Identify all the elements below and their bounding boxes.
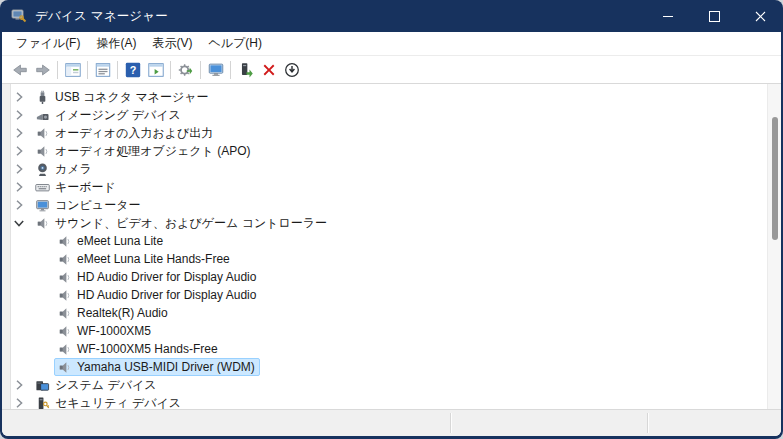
tree-row[interactable]: オーディオの入力および出力 [11,124,768,142]
menu-item-1[interactable]: 操作(A) [88,33,144,54]
device-manager-window: デバイス マネージャー ファイル(F)操作(A)表示(V)ヘルプ(H) ? US… [0,0,783,439]
device-entry[interactable]: HD Audio Driver for Display Audio [54,268,261,286]
chevron-right-icon[interactable] [11,197,27,213]
device-entry[interactable]: USB コネクタ マネージャー [32,88,214,107]
properties-button[interactable] [91,59,114,81]
tree-row[interactable]: WF-1000XM5 Hands-Free [11,340,768,358]
forward-button[interactable] [31,59,54,81]
device-label: システム デバイス [55,377,157,394]
device-label: Realtek(R) Audio [77,306,168,320]
minimize-button[interactable] [645,0,691,32]
client-area: ファイル(F)操作(A)表示(V)ヘルプ(H) ? USB コネクタ マネージャ… [2,32,781,436]
chevron-right-icon[interactable] [11,107,27,123]
chevron-right-icon[interactable] [11,161,27,177]
speaker-icon [34,125,50,141]
device-tree-panel: USB コネクタ マネージャーイメージング デバイスオーディオの入力および出力オ… [2,84,781,409]
disable-down-icon [283,61,301,79]
chevron-spacer [33,341,49,357]
disable-device-button[interactable] [280,59,303,81]
tree-row[interactable]: キーボード [11,178,768,196]
tree-row[interactable]: HD Audio Driver for Display Audio [11,268,768,286]
chevron-spacer [33,305,49,321]
update-driver-icon [237,61,255,79]
maximize-icon [709,11,720,22]
chevron-right-icon[interactable] [11,89,27,105]
uninstall-device-button[interactable] [257,59,280,81]
window-controls [645,0,783,32]
help-button[interactable]: ? [121,59,144,81]
menu-item-0[interactable]: ファイル(F) [8,33,88,54]
device-entry[interactable]: WF-1000XM5 [54,322,156,340]
device-tree: USB コネクタ マネージャーイメージング デバイスオーディオの入力および出力オ… [11,88,768,409]
tree-row[interactable]: eMeet Luna Lite Hands-Free [11,250,768,268]
tree-row[interactable]: USB コネクタ マネージャー [11,88,768,106]
chevron-right-icon[interactable] [11,179,27,195]
menu-item-2[interactable]: 表示(V) [144,33,200,54]
tree-row[interactable]: システム デバイス [11,376,768,394]
close-button[interactable] [737,0,783,32]
toolbar-separator [57,61,58,79]
device-label: eMeet Luna Lite Hands-Free [77,252,230,266]
device-entry[interactable]: システム デバイス [32,376,162,395]
chevron-right-icon[interactable] [11,143,27,159]
device-entry[interactable]: オーディオの入力および出力 [32,124,218,143]
tree-row[interactable]: Yamaha USB-MIDI Driver (WDM) [11,358,768,376]
computer-icon [34,197,50,213]
device-entry[interactable]: eMeet Luna Lite Hands-Free [54,250,235,268]
scan-hardware-changes-button[interactable] [204,59,227,81]
chevron-spacer [33,269,49,285]
chevron-right-icon[interactable] [11,395,27,409]
tree-row[interactable]: HD Audio Driver for Display Audio [11,286,768,304]
device-entry[interactable]: イメージング デバイス [32,106,186,125]
action-pane-button[interactable] [144,59,167,81]
tree-row[interactable]: イメージング デバイス [11,106,768,124]
device-label: オーディオ処理オブジェクト (APO) [55,143,250,160]
tree-row[interactable]: コンピューター [11,196,768,214]
device-label: WF-1000XM5 Hands-Free [77,342,218,356]
chevron-down-icon[interactable] [11,215,27,231]
chevron-spacer [33,287,49,303]
toolbar: ? [2,56,781,84]
toolbar-separator [117,61,118,79]
close-icon [755,11,766,22]
back-button[interactable] [8,59,31,81]
scrollbar-thumb[interactable] [772,117,778,240]
device-entry[interactable]: キーボード [32,178,121,197]
device-entry[interactable]: HD Audio Driver for Display Audio [54,286,261,304]
add-hardware-button[interactable] [174,59,197,81]
titlebar: デバイス マネージャー [0,0,783,32]
device-label: セキュリティ デバイス [55,395,181,410]
tree-row[interactable]: eMeet Luna Lite [11,232,768,250]
vertical-scrollbar[interactable] [767,84,781,409]
tree-row[interactable]: サウンド、ビデオ、およびゲーム コントローラー [11,214,768,232]
device-entry[interactable]: サウンド、ビデオ、およびゲーム コントローラー [32,214,332,233]
audio-device-icon [56,305,72,321]
device-entry[interactable]: eMeet Luna Lite [54,232,168,250]
device-entry[interactable]: セキュリティ デバイス [32,394,186,410]
update-driver-button[interactable] [234,59,257,81]
selected-device[interactable]: Yamaha USB-MIDI Driver (WDM) [54,358,260,376]
device-entry[interactable]: WF-1000XM5 Hands-Free [54,340,223,358]
audio-device-icon [56,359,72,375]
tree-row[interactable]: オーディオ処理オブジェクト (APO) [11,142,768,160]
device-label: イメージング デバイス [55,107,181,124]
device-label: WF-1000XM5 [77,324,151,338]
tree-row[interactable]: カメラ [11,160,768,178]
back-icon [11,61,29,79]
maximize-button[interactable] [691,0,737,32]
tree-row[interactable]: セキュリティ デバイス [11,394,768,409]
console-tree-icon [64,61,82,79]
device-entry[interactable]: Realtek(R) Audio [54,304,173,322]
tree-row[interactable]: WF-1000XM5 [11,322,768,340]
device-entry[interactable]: コンピューター [32,196,145,215]
chevron-right-icon[interactable] [11,377,27,393]
menu-item-3[interactable]: ヘルプ(H) [200,33,270,54]
audio-device-icon [56,269,72,285]
audio-device-icon [56,341,72,357]
tree-row[interactable]: Realtek(R) Audio [11,304,768,322]
device-entry[interactable]: オーディオ処理オブジェクト (APO) [32,142,255,161]
menubar: ファイル(F)操作(A)表示(V)ヘルプ(H) [2,32,781,56]
show-console-tree-button[interactable] [61,59,84,81]
chevron-right-icon[interactable] [11,125,27,141]
device-entry[interactable]: カメラ [32,160,97,179]
